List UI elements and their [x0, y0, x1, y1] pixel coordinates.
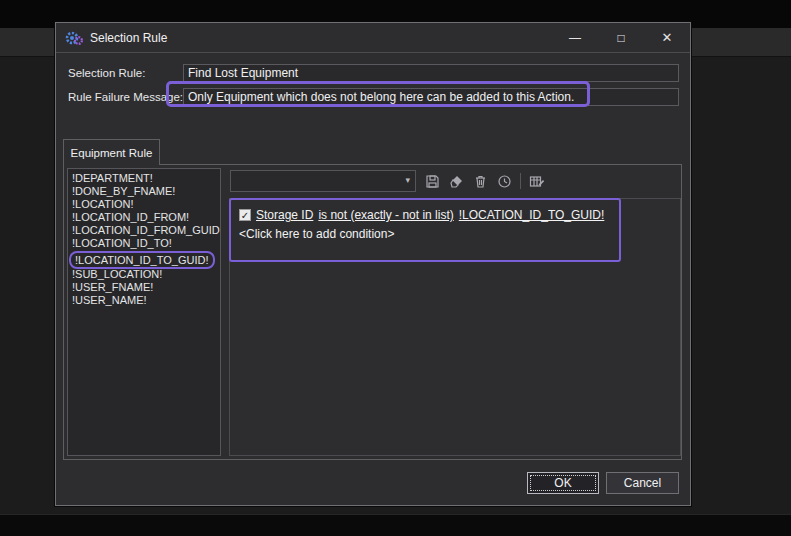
- chevron-down-icon[interactable]: ▾: [405, 175, 410, 185]
- titlebar[interactable]: Selection Rule — □ ✕: [56, 23, 690, 53]
- list-item[interactable]: !SUB_LOCATION!: [68, 268, 220, 281]
- list-item[interactable]: !USER_FNAME!: [68, 281, 220, 294]
- delete-icon[interactable]: [472, 173, 488, 189]
- condition-editor[interactable]: ✓ Storage ID is not (exactly - not in li…: [229, 198, 681, 456]
- list-item[interactable]: !DEPARTMENT!: [68, 172, 220, 185]
- window-title: Selection Rule: [90, 31, 167, 45]
- selection-rule-dialog: Selection Rule — □ ✕ Selection Rule: Rul…: [55, 22, 691, 506]
- list-item-highlighted[interactable]: !LOCATION_ID_TO_GUID!: [69, 251, 215, 269]
- desktop: Selection Rule — □ ✕ Selection Rule: Rul…: [0, 0, 791, 536]
- list-item[interactable]: !USER_NAME!: [68, 294, 220, 307]
- condition-checkbox[interactable]: ✓: [239, 209, 251, 221]
- condition-operator[interactable]: is not (exactly - not in list): [318, 208, 453, 222]
- equipment-rule-tabpage: !DEPARTMENT! !DONE_BY_FNAME! !LOCATION! …: [63, 164, 682, 460]
- add-condition-link[interactable]: <Click here to add condition>: [239, 227, 394, 241]
- list-item[interactable]: !LOCATION!: [68, 198, 220, 211]
- ok-button[interactable]: OK: [527, 472, 599, 494]
- maximize-button[interactable]: □: [598, 23, 644, 52]
- failure-message-input[interactable]: [183, 88, 679, 106]
- gears-icon: [65, 30, 83, 46]
- window-controls: — □ ✕: [552, 23, 690, 52]
- clock-icon[interactable]: [496, 173, 512, 189]
- token-list: !DEPARTMENT! !DONE_BY_FNAME! !LOCATION! …: [67, 168, 221, 456]
- list-item[interactable]: !DONE_BY_FNAME!: [68, 185, 220, 198]
- condition-value[interactable]: !LOCATION_ID_TO_GUID!: [459, 208, 605, 222]
- list-item[interactable]: !LOCATION_ID_FROM_GUID!: [68, 224, 220, 237]
- close-button[interactable]: ✕: [644, 23, 690, 52]
- desktop-strip-bottom: [0, 514, 791, 536]
- save-icon[interactable]: [424, 173, 440, 189]
- minimize-button[interactable]: —: [552, 23, 598, 52]
- list-item[interactable]: !LOCATION_ID_TO!: [68, 237, 220, 250]
- clear-icon[interactable]: [448, 173, 464, 189]
- filter-name-combobox[interactable]: ▾: [230, 170, 416, 192]
- filter-toolbar: [424, 170, 545, 192]
- list-item[interactable]: !LOCATION_ID_FROM!: [68, 211, 220, 224]
- tab-equipment-rule[interactable]: Equipment Rule: [63, 139, 160, 165]
- failure-message-label: Rule Failure Message:: [68, 91, 183, 103]
- condition-field[interactable]: Storage ID: [256, 208, 313, 222]
- filter-editor-icon[interactable]: [529, 173, 545, 189]
- cancel-button[interactable]: Cancel: [606, 472, 679, 494]
- selection-rule-input[interactable]: [183, 64, 679, 82]
- tab-label: Equipment Rule: [71, 147, 153, 159]
- selection-rule-label: Selection Rule:: [68, 67, 145, 79]
- condition-row[interactable]: ✓ Storage ID is not (exactly - not in li…: [239, 208, 609, 222]
- toolbar-separator: [520, 173, 521, 189]
